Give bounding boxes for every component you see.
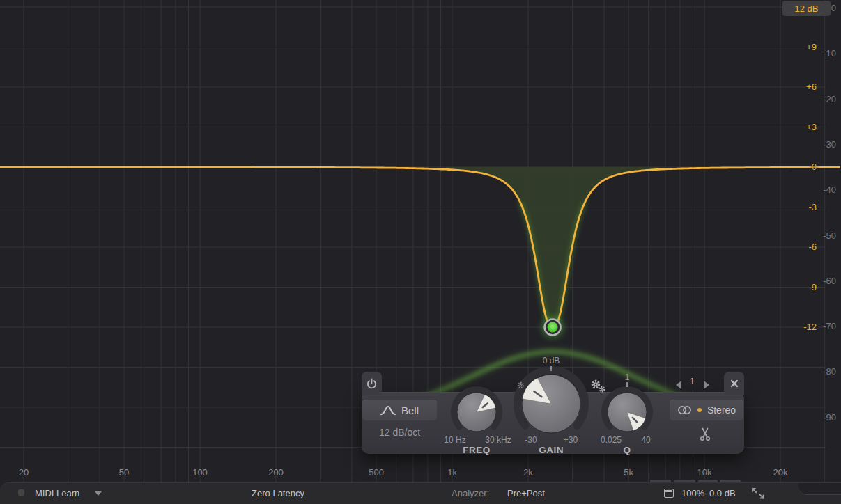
analyzer-mode-button[interactable]: Pre+Post	[507, 488, 545, 498]
button-strip-highlight	[674, 480, 695, 482]
advanced-settings-button[interactable]	[589, 378, 607, 395]
latency-mode-button[interactable]: Zero Latency	[252, 488, 304, 498]
channel-mode-button[interactable]: Stereo	[670, 400, 743, 420]
bottom-toolbar: MIDI Learn Zero Latency Analyzer: Pre+Po…	[0, 482, 841, 504]
midi-menu-arrow-icon[interactable]	[95, 491, 102, 496]
band-number: 1	[690, 376, 695, 386]
resize-button[interactable]	[750, 486, 766, 501]
midi-learn-led	[18, 489, 24, 496]
stereo-circles-icon	[677, 405, 692, 415]
freq-max-label: 30 kHz	[485, 435, 511, 445]
gain-scale-button[interactable]: 0.0 dB	[709, 488, 736, 498]
gain-knob[interactable]	[511, 364, 591, 443]
band-edit-panel: 1 Bell 12 dB/oct 10 Hz 30	[362, 372, 744, 454]
gain-default-tick	[550, 366, 552, 371]
piano-display-toggle[interactable]	[664, 489, 674, 498]
close-icon	[730, 379, 739, 388]
analyzer-label: Analyzer:	[452, 488, 489, 498]
mini-gear-icon	[516, 381, 525, 390]
freq-knob[interactable]	[449, 384, 504, 440]
channel-mode-label: Stereo	[707, 404, 736, 416]
band-node-handle[interactable]	[544, 319, 561, 336]
midi-learn-button[interactable]: MIDI Learn	[35, 488, 79, 498]
gain-default-label: 0 dB	[543, 356, 560, 365]
q-knob-label: Q	[623, 445, 631, 455]
toolbar-corner-notch	[798, 483, 841, 495]
zoom-level-button[interactable]: 100%	[681, 488, 704, 498]
button-strip-highlight	[650, 480, 671, 482]
prev-band-arrow[interactable]	[676, 381, 681, 389]
display-range-button[interactable]: 12 dB	[782, 1, 831, 16]
eq-plugin-window: 20501002005001k2k5k10k20k+9+6+30-3-6-9-1…	[0, 0, 841, 504]
q-max-label: 40	[641, 435, 650, 445]
gain-knob-label: GAIN	[539, 445, 564, 455]
gain-max-label: +30	[564, 435, 578, 445]
bell-curve-icon	[380, 405, 396, 415]
power-icon	[366, 378, 378, 390]
q-default-tick	[626, 382, 628, 387]
resize-arrows-icon	[750, 486, 766, 501]
filter-slope-button[interactable]: 12 dB/oct	[362, 427, 437, 438]
q-min-label: 0.025	[601, 435, 622, 445]
button-strip-highlight	[698, 480, 718, 482]
filter-shape-button[interactable]: Bell	[362, 400, 437, 420]
close-panel-button[interactable]	[724, 372, 744, 395]
filter-shape-label: Bell	[401, 404, 419, 416]
q-default-label: 1	[625, 372, 630, 382]
split-band-button[interactable]	[699, 427, 711, 441]
channel-active-dot	[697, 408, 702, 412]
button-strip-highlight	[720, 480, 741, 482]
gain-min-label: -30	[525, 435, 537, 445]
scissors-icon	[699, 427, 711, 441]
freq-knob-label: FREQ	[463, 445, 491, 455]
band-power-button[interactable]	[362, 372, 382, 395]
q-knob[interactable]	[599, 384, 655, 440]
gears-icon	[589, 378, 607, 395]
next-band-arrow[interactable]	[704, 381, 709, 389]
freq-min-label: 10 Hz	[444, 435, 465, 445]
